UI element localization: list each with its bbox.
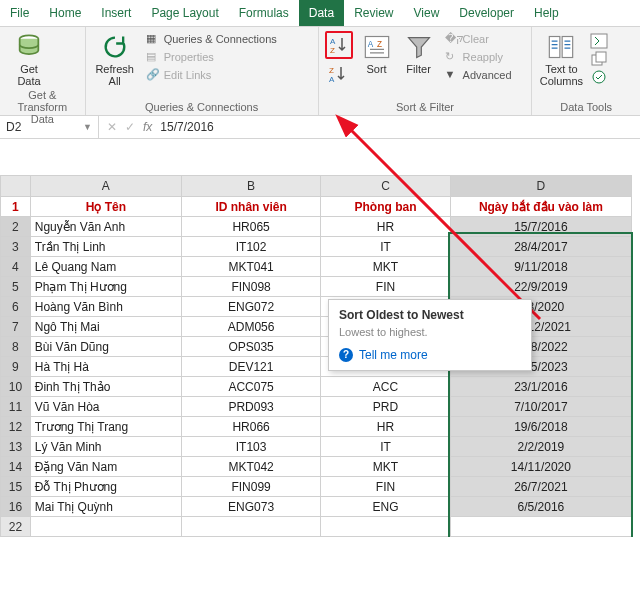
worksheet[interactable]: A B C D 1 Họ Tên ID nhân viên Phòng ban … xyxy=(0,175,632,537)
reapply-button[interactable]: ↻Reapply xyxy=(443,49,514,65)
row-header[interactable]: 13 xyxy=(1,437,31,457)
tab-review[interactable]: Review xyxy=(344,0,403,26)
cell[interactable]: IT103 xyxy=(181,437,320,457)
col-header-b[interactable]: B xyxy=(181,176,320,197)
cell[interactable]: MKT xyxy=(321,257,451,277)
row-header[interactable]: 10 xyxy=(1,377,31,397)
cell[interactable]: 26/7/2021 xyxy=(450,477,631,497)
enter-icon[interactable]: ✓ xyxy=(125,120,135,134)
cell[interactable] xyxy=(30,517,181,537)
cell[interactable]: ACC075 xyxy=(181,377,320,397)
row-header[interactable]: 6 xyxy=(1,297,31,317)
get-data-button[interactable]: Get Data xyxy=(6,29,52,87)
queries-connections-button[interactable]: ▦Queries & Connections xyxy=(144,31,279,47)
refresh-all-button[interactable]: Refresh All xyxy=(92,29,138,87)
tab-insert[interactable]: Insert xyxy=(91,0,141,26)
cell[interactable]: 9/11/2018 xyxy=(450,257,631,277)
cell[interactable]: ADM056 xyxy=(181,317,320,337)
cell[interactable] xyxy=(181,517,320,537)
cell[interactable]: ENG072 xyxy=(181,297,320,317)
sort-ascending-button[interactable]: AZ xyxy=(325,31,353,59)
remove-duplicates-icon[interactable] xyxy=(590,51,608,67)
header-cell[interactable]: Ngày bắt đầu vào làm xyxy=(450,197,631,217)
cell[interactable]: HR xyxy=(321,417,451,437)
cell[interactable]: 14/11/2020 xyxy=(450,457,631,477)
cell[interactable]: Nguyễn Văn Anh xyxy=(30,217,181,237)
sort-descending-button[interactable]: ZA xyxy=(325,61,351,87)
cell[interactable]: ENG xyxy=(321,497,451,517)
row-header[interactable]: 12 xyxy=(1,417,31,437)
cell[interactable]: ACC xyxy=(321,377,451,397)
cell[interactable]: MKT042 xyxy=(181,457,320,477)
col-header-c[interactable]: C xyxy=(321,176,451,197)
cell[interactable]: PRD xyxy=(321,397,451,417)
tell-me-more-link[interactable]: ?Tell me more xyxy=(339,348,521,362)
row-header[interactable]: 11 xyxy=(1,397,31,417)
cell[interactable]: Đỗ Thị Phương xyxy=(30,477,181,497)
row-header[interactable]: 8 xyxy=(1,337,31,357)
tab-data[interactable]: Data xyxy=(299,0,344,26)
cell[interactable]: 23/1/2016 xyxy=(450,377,631,397)
properties-button[interactable]: ▤Properties xyxy=(144,49,279,65)
cell[interactable]: 7/10/2017 xyxy=(450,397,631,417)
select-all-corner[interactable] xyxy=(1,176,31,197)
tab-file[interactable]: File xyxy=(0,0,39,26)
tab-page-layout[interactable]: Page Layout xyxy=(141,0,228,26)
flash-fill-icon[interactable] xyxy=(590,33,608,49)
cell[interactable]: Hà Thị Hà xyxy=(30,357,181,377)
cell[interactable]: Ngô Thị Mai xyxy=(30,317,181,337)
cell[interactable]: Đặng Văn Nam xyxy=(30,457,181,477)
tab-formulas[interactable]: Formulas xyxy=(229,0,299,26)
row-header[interactable]: 3 xyxy=(1,237,31,257)
col-header-a[interactable]: A xyxy=(30,176,181,197)
cell[interactable]: 6/5/2016 xyxy=(450,497,631,517)
col-header-d[interactable]: D xyxy=(450,176,631,197)
cell[interactable]: ENG073 xyxy=(181,497,320,517)
tab-developer[interactable]: Developer xyxy=(449,0,524,26)
data-validation-icon[interactable] xyxy=(590,69,608,85)
sort-button[interactable]: AZ Sort xyxy=(359,29,395,75)
header-cell[interactable]: Phòng ban xyxy=(321,197,451,217)
cell[interactable]: OPS035 xyxy=(181,337,320,357)
cell[interactable]: DEV121 xyxy=(181,357,320,377)
tab-home[interactable]: Home xyxy=(39,0,91,26)
cell[interactable]: 28/4/2017 xyxy=(450,237,631,257)
tab-view[interactable]: View xyxy=(404,0,450,26)
header-cell[interactable]: ID nhân viên xyxy=(181,197,320,217)
row-header[interactable]: 14 xyxy=(1,457,31,477)
cell[interactable]: 2/2/2019 xyxy=(450,437,631,457)
cell[interactable]: Hoàng Văn Bình xyxy=(30,297,181,317)
name-box[interactable]: D2▼ xyxy=(0,116,99,138)
row-header[interactable]: 16 xyxy=(1,497,31,517)
row-header[interactable]: 1 xyxy=(1,197,31,217)
tab-help[interactable]: Help xyxy=(524,0,569,26)
cell[interactable]: FIN xyxy=(321,477,451,497)
cell[interactable]: 22/9/2019 xyxy=(450,277,631,297)
row-header[interactable]: 9 xyxy=(1,357,31,377)
cell[interactable]: IT xyxy=(321,437,451,457)
cell[interactable]: 15/7/2016 xyxy=(450,217,631,237)
cancel-icon[interactable]: ✕ xyxy=(107,120,117,134)
cell[interactable]: IT102 xyxy=(181,237,320,257)
row-header[interactable]: 4 xyxy=(1,257,31,277)
cell[interactable]: Lý Văn Minh xyxy=(30,437,181,457)
row-header[interactable]: 7 xyxy=(1,317,31,337)
cell[interactable]: Lê Quang Nam xyxy=(30,257,181,277)
cell[interactable]: HR066 xyxy=(181,417,320,437)
row-header[interactable]: 15 xyxy=(1,477,31,497)
fx-icon[interactable]: fx xyxy=(143,120,152,134)
clear-filter-button[interactable]: �קּClear xyxy=(443,31,514,47)
cell[interactable] xyxy=(450,517,631,537)
cell[interactable]: HR065 xyxy=(181,217,320,237)
cell[interactable]: IT xyxy=(321,237,451,257)
cell[interactable]: HR xyxy=(321,217,451,237)
cell[interactable]: 19/6/2018 xyxy=(450,417,631,437)
row-header[interactable]: 5 xyxy=(1,277,31,297)
cell[interactable]: Đinh Thị Thảo xyxy=(30,377,181,397)
cell[interactable]: MKT041 xyxy=(181,257,320,277)
header-cell[interactable]: Họ Tên xyxy=(30,197,181,217)
cell[interactable]: Trương Thị Trang xyxy=(30,417,181,437)
filter-button[interactable]: Filter xyxy=(401,29,437,75)
row-header[interactable]: 22 xyxy=(1,517,31,537)
cell[interactable]: Trần Thị Linh xyxy=(30,237,181,257)
